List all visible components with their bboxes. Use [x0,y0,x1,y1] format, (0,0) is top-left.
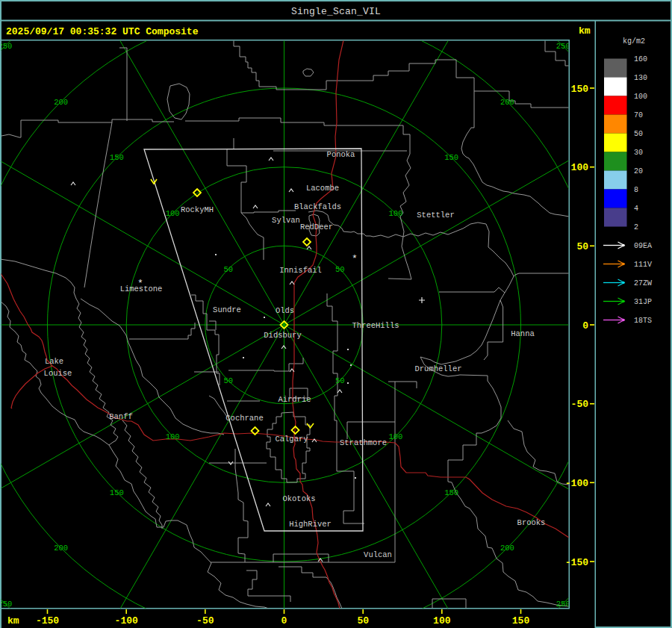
svg-text:30: 30 [634,149,643,157]
svg-text:18TS: 18TS [634,317,652,325]
svg-text:20: 20 [634,167,643,175]
svg-text:50: 50 [576,241,588,252]
svg-text:50: 50 [223,376,233,385]
svg-text:160: 160 [634,55,647,63]
svg-text:RockyMH: RockyMH [181,205,214,214]
svg-text:km: km [7,615,19,627]
svg-text:-50: -50 [196,615,214,627]
svg-text:2: 2 [634,223,638,231]
svg-text:-150: -150 [36,615,59,627]
svg-text:200: 200 [500,98,514,107]
svg-text:Vulcan: Vulcan [364,550,392,559]
svg-text:Sylvan: Sylvan [272,216,300,225]
svg-text:Calgary: Calgary [275,435,308,444]
svg-text:*: * [137,278,143,289]
svg-text:09EA: 09EA [634,242,652,250]
svg-text:50: 50 [357,615,369,627]
svg-text:Single_Scan_VIL: Single_Scan_VIL [291,6,381,17]
svg-text:RedDeer: RedDeer [300,223,333,231]
svg-text:100: 100 [433,615,451,627]
svg-text:Louise: Louise [44,369,72,378]
svg-text:250: 250 [0,42,12,51]
svg-text:Banff: Banff [109,412,133,421]
svg-text:100: 100 [166,209,180,218]
svg-text:Stettler: Stettler [417,211,454,220]
svg-text:150: 150 [110,488,124,497]
svg-text:Airdrie: Airdrie [278,395,311,404]
svg-text:130: 130 [634,74,647,82]
svg-text:Okotoks: Okotoks [282,494,315,503]
svg-text:150: 150 [571,84,589,95]
svg-text:Didsbury: Didsbury [264,331,301,340]
svg-text:150: 150 [444,488,458,497]
svg-text:Innisfail: Innisfail [279,266,322,275]
svg-text:111V: 111V [634,261,652,269]
svg-text:200: 200 [54,544,68,553]
svg-text:*: * [352,253,358,264]
svg-text:Lake: Lake [45,357,63,366]
svg-text:Cochrane: Cochrane [225,414,263,423]
svg-text:Blackfalds: Blackfalds [294,202,341,211]
svg-text:Lacombe: Lacombe [306,184,339,193]
svg-text:Strathmore: Strathmore [340,438,387,447]
svg-text:50: 50 [335,265,345,274]
svg-text:4: 4 [634,205,638,213]
svg-text:50: 50 [223,265,233,274]
svg-text:Brooks: Brooks [517,518,546,527]
svg-text:250: 250 [0,600,12,609]
svg-text:ThreeHills: ThreeHills [352,321,399,330]
svg-text:50: 50 [335,376,345,385]
svg-text:50: 50 [634,130,643,138]
svg-text:150: 150 [444,153,458,162]
svg-text:Sundre: Sundre [213,305,241,314]
svg-text:kg/m2: kg/m2 [623,37,645,46]
svg-text:2025/09/17 00:35:32 UTC Compos: 2025/09/17 00:35:32 UTC Composite [6,26,199,37]
svg-text:Drumheller: Drumheller [414,364,461,373]
svg-text:250: 250 [556,600,570,609]
svg-text:100: 100 [388,432,402,441]
svg-text:31JP: 31JP [634,298,652,306]
svg-text:150: 150 [512,615,530,627]
svg-text:-150: -150 [565,557,588,568]
svg-text:100: 100 [166,432,180,441]
svg-text:100: 100 [388,209,402,218]
svg-text:km: km [579,25,591,37]
svg-text:150: 150 [110,153,124,162]
svg-text:100: 100 [571,162,589,173]
svg-text:Ponoka: Ponoka [327,150,355,159]
svg-text:100: 100 [634,93,647,101]
svg-text:-100: -100 [115,615,138,627]
svg-text:200: 200 [500,544,514,553]
svg-text:Hanna: Hanna [511,329,535,338]
svg-text:0: 0 [281,615,287,627]
svg-text:27ZW: 27ZW [634,279,652,287]
svg-text:-50: -50 [571,399,589,410]
svg-text:70: 70 [634,111,643,119]
svg-text:Olds: Olds [276,306,294,315]
svg-text:HighRiver: HighRiver [289,520,332,529]
svg-text:-100: -100 [565,478,588,489]
svg-text:200: 200 [54,98,68,107]
svg-text:250: 250 [556,42,570,51]
svg-text:0: 0 [582,320,588,332]
svg-text:8: 8 [634,186,638,194]
